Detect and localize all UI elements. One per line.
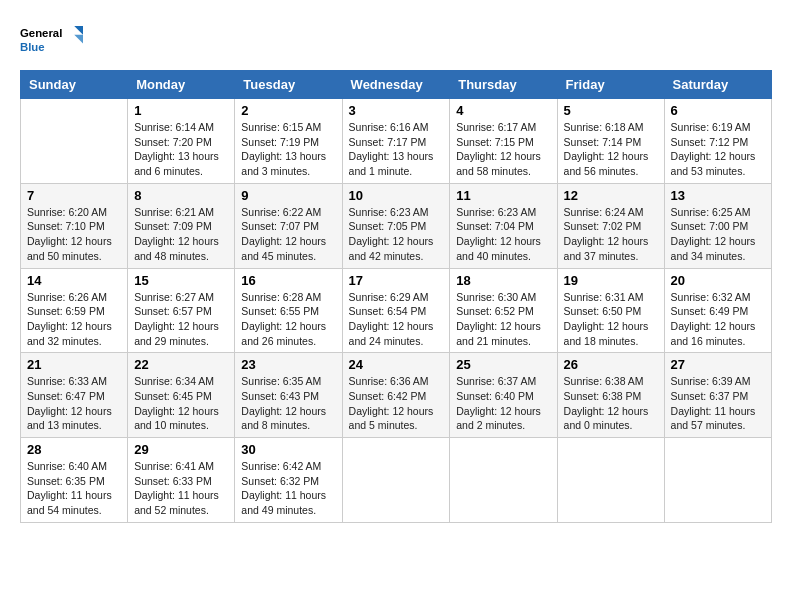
calendar-cell: 23Sunrise: 6:35 AM Sunset: 6:43 PM Dayli…: [235, 353, 342, 438]
week-row-4: 21Sunrise: 6:33 AM Sunset: 6:47 PM Dayli…: [21, 353, 772, 438]
week-row-1: 1Sunrise: 6:14 AM Sunset: 7:20 PM Daylig…: [21, 99, 772, 184]
day-number: 5: [564, 103, 658, 118]
day-info: Sunrise: 6:25 AM Sunset: 7:00 PM Dayligh…: [671, 205, 765, 264]
day-info: Sunrise: 6:34 AM Sunset: 6:45 PM Dayligh…: [134, 374, 228, 433]
day-info: Sunrise: 6:39 AM Sunset: 6:37 PM Dayligh…: [671, 374, 765, 433]
calendar-cell: 17Sunrise: 6:29 AM Sunset: 6:54 PM Dayli…: [342, 268, 450, 353]
calendar-cell: 27Sunrise: 6:39 AM Sunset: 6:37 PM Dayli…: [664, 353, 771, 438]
day-number: 18: [456, 273, 550, 288]
day-number: 21: [27, 357, 121, 372]
day-number: 14: [27, 273, 121, 288]
svg-text:General: General: [20, 27, 62, 39]
calendar-cell: 3Sunrise: 6:16 AM Sunset: 7:17 PM Daylig…: [342, 99, 450, 184]
day-number: 24: [349, 357, 444, 372]
day-info: Sunrise: 6:24 AM Sunset: 7:02 PM Dayligh…: [564, 205, 658, 264]
day-number: 29: [134, 442, 228, 457]
day-info: Sunrise: 6:40 AM Sunset: 6:35 PM Dayligh…: [27, 459, 121, 518]
day-info: Sunrise: 6:37 AM Sunset: 6:40 PM Dayligh…: [456, 374, 550, 433]
day-number: 26: [564, 357, 658, 372]
calendar-cell: 5Sunrise: 6:18 AM Sunset: 7:14 PM Daylig…: [557, 99, 664, 184]
day-header-monday: Monday: [128, 71, 235, 99]
calendar-cell: 20Sunrise: 6:32 AM Sunset: 6:49 PM Dayli…: [664, 268, 771, 353]
calendar-cell: 6Sunrise: 6:19 AM Sunset: 7:12 PM Daylig…: [664, 99, 771, 184]
calendar-cell: 24Sunrise: 6:36 AM Sunset: 6:42 PM Dayli…: [342, 353, 450, 438]
day-number: 9: [241, 188, 335, 203]
calendar-cell: 21Sunrise: 6:33 AM Sunset: 6:47 PM Dayli…: [21, 353, 128, 438]
day-header-friday: Friday: [557, 71, 664, 99]
day-number: 19: [564, 273, 658, 288]
calendar-cell: 29Sunrise: 6:41 AM Sunset: 6:33 PM Dayli…: [128, 438, 235, 523]
day-info: Sunrise: 6:20 AM Sunset: 7:10 PM Dayligh…: [27, 205, 121, 264]
week-row-3: 14Sunrise: 6:26 AM Sunset: 6:59 PM Dayli…: [21, 268, 772, 353]
logo-svg: General Blue: [20, 20, 90, 60]
svg-marker-3: [74, 35, 83, 44]
day-number: 1: [134, 103, 228, 118]
calendar-cell: 22Sunrise: 6:34 AM Sunset: 6:45 PM Dayli…: [128, 353, 235, 438]
day-info: Sunrise: 6:21 AM Sunset: 7:09 PM Dayligh…: [134, 205, 228, 264]
calendar-cell: 28Sunrise: 6:40 AM Sunset: 6:35 PM Dayli…: [21, 438, 128, 523]
day-number: 22: [134, 357, 228, 372]
svg-marker-2: [74, 26, 83, 35]
calendar-cell: 14Sunrise: 6:26 AM Sunset: 6:59 PM Dayli…: [21, 268, 128, 353]
calendar-cell: 4Sunrise: 6:17 AM Sunset: 7:15 PM Daylig…: [450, 99, 557, 184]
day-number: 30: [241, 442, 335, 457]
day-info: Sunrise: 6:27 AM Sunset: 6:57 PM Dayligh…: [134, 290, 228, 349]
day-info: Sunrise: 6:28 AM Sunset: 6:55 PM Dayligh…: [241, 290, 335, 349]
calendar-cell: [21, 99, 128, 184]
calendar-cell: 25Sunrise: 6:37 AM Sunset: 6:40 PM Dayli…: [450, 353, 557, 438]
day-number: 17: [349, 273, 444, 288]
calendar-cell: 11Sunrise: 6:23 AM Sunset: 7:04 PM Dayli…: [450, 183, 557, 268]
day-info: Sunrise: 6:41 AM Sunset: 6:33 PM Dayligh…: [134, 459, 228, 518]
day-info: Sunrise: 6:30 AM Sunset: 6:52 PM Dayligh…: [456, 290, 550, 349]
calendar-cell: [664, 438, 771, 523]
day-header-tuesday: Tuesday: [235, 71, 342, 99]
day-number: 28: [27, 442, 121, 457]
day-info: Sunrise: 6:36 AM Sunset: 6:42 PM Dayligh…: [349, 374, 444, 433]
day-number: 25: [456, 357, 550, 372]
calendar-cell: 9Sunrise: 6:22 AM Sunset: 7:07 PM Daylig…: [235, 183, 342, 268]
header-row: SundayMondayTuesdayWednesdayThursdayFrid…: [21, 71, 772, 99]
day-info: Sunrise: 6:15 AM Sunset: 7:19 PM Dayligh…: [241, 120, 335, 179]
calendar-cell: 30Sunrise: 6:42 AM Sunset: 6:32 PM Dayli…: [235, 438, 342, 523]
page-header: General Blue: [20, 20, 772, 60]
calendar-cell: 16Sunrise: 6:28 AM Sunset: 6:55 PM Dayli…: [235, 268, 342, 353]
calendar-cell: [342, 438, 450, 523]
day-info: Sunrise: 6:18 AM Sunset: 7:14 PM Dayligh…: [564, 120, 658, 179]
day-info: Sunrise: 6:16 AM Sunset: 7:17 PM Dayligh…: [349, 120, 444, 179]
day-info: Sunrise: 6:26 AM Sunset: 6:59 PM Dayligh…: [27, 290, 121, 349]
day-info: Sunrise: 6:35 AM Sunset: 6:43 PM Dayligh…: [241, 374, 335, 433]
day-number: 6: [671, 103, 765, 118]
day-number: 20: [671, 273, 765, 288]
calendar-cell: 1Sunrise: 6:14 AM Sunset: 7:20 PM Daylig…: [128, 99, 235, 184]
day-info: Sunrise: 6:17 AM Sunset: 7:15 PM Dayligh…: [456, 120, 550, 179]
calendar-table: SundayMondayTuesdayWednesdayThursdayFrid…: [20, 70, 772, 523]
day-number: 27: [671, 357, 765, 372]
day-info: Sunrise: 6:23 AM Sunset: 7:04 PM Dayligh…: [456, 205, 550, 264]
calendar-cell: 7Sunrise: 6:20 AM Sunset: 7:10 PM Daylig…: [21, 183, 128, 268]
day-number: 23: [241, 357, 335, 372]
day-number: 15: [134, 273, 228, 288]
day-number: 3: [349, 103, 444, 118]
day-number: 4: [456, 103, 550, 118]
day-info: Sunrise: 6:19 AM Sunset: 7:12 PM Dayligh…: [671, 120, 765, 179]
calendar-cell: 19Sunrise: 6:31 AM Sunset: 6:50 PM Dayli…: [557, 268, 664, 353]
day-info: Sunrise: 6:32 AM Sunset: 6:49 PM Dayligh…: [671, 290, 765, 349]
day-number: 10: [349, 188, 444, 203]
day-number: 7: [27, 188, 121, 203]
day-info: Sunrise: 6:14 AM Sunset: 7:20 PM Dayligh…: [134, 120, 228, 179]
calendar-cell: [450, 438, 557, 523]
day-number: 12: [564, 188, 658, 203]
day-info: Sunrise: 6:38 AM Sunset: 6:38 PM Dayligh…: [564, 374, 658, 433]
day-number: 8: [134, 188, 228, 203]
calendar-cell: 15Sunrise: 6:27 AM Sunset: 6:57 PM Dayli…: [128, 268, 235, 353]
calendar-cell: 10Sunrise: 6:23 AM Sunset: 7:05 PM Dayli…: [342, 183, 450, 268]
day-header-sunday: Sunday: [21, 71, 128, 99]
week-row-5: 28Sunrise: 6:40 AM Sunset: 6:35 PM Dayli…: [21, 438, 772, 523]
day-info: Sunrise: 6:23 AM Sunset: 7:05 PM Dayligh…: [349, 205, 444, 264]
day-number: 16: [241, 273, 335, 288]
calendar-cell: 26Sunrise: 6:38 AM Sunset: 6:38 PM Dayli…: [557, 353, 664, 438]
day-info: Sunrise: 6:42 AM Sunset: 6:32 PM Dayligh…: [241, 459, 335, 518]
logo: General Blue: [20, 20, 90, 60]
day-number: 2: [241, 103, 335, 118]
day-info: Sunrise: 6:31 AM Sunset: 6:50 PM Dayligh…: [564, 290, 658, 349]
